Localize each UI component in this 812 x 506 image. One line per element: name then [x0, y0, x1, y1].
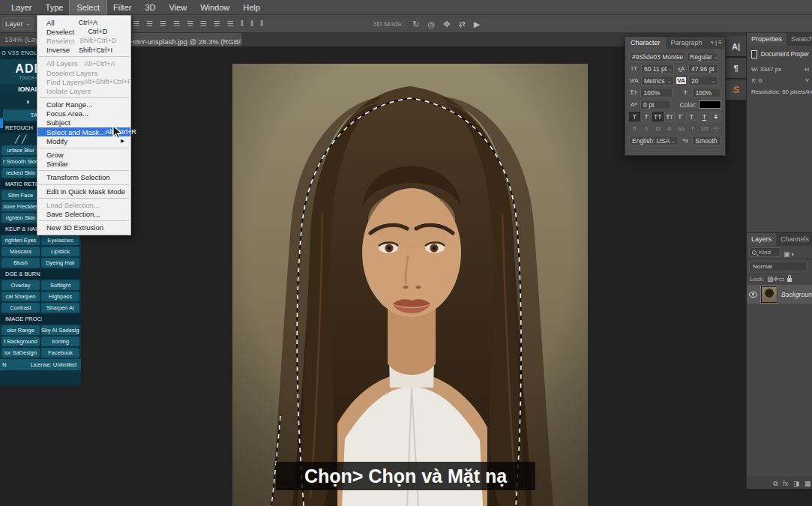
plugin-action-button[interactable]: Sharpen AI [41, 303, 79, 313]
tab-character[interactable]: Character [625, 37, 666, 49]
menubar-item[interactable]: Help [236, 0, 267, 15]
document-tab-active[interactable]: 3FHmY-unsplash.jpg @ 28.3% (RGB/8) ✕ [118, 33, 241, 46]
text-color-swatch[interactable] [699, 100, 721, 109]
layer-row-background[interactable]: Background [747, 285, 812, 304]
plugin-action-button[interactable]: cal Sharpen [1, 292, 40, 301]
opentype-button[interactable]: T [688, 124, 699, 133]
select-menu-item[interactable]: New 3D Extrusion [37, 223, 130, 232]
leading-input[interactable]: 47.96 pt ⌄ [688, 64, 718, 73]
plugin-action-button[interactable]: Facebook [41, 348, 79, 358]
plugin-action-button[interactable]: urface Blur [1, 145, 40, 155]
align-icon[interactable]: ☰ [160, 16, 166, 32]
plugin-action-button[interactable]: Contrast [1, 303, 40, 313]
plugin-action-button[interactable]: Highpass [41, 292, 79, 301]
select-menu-item[interactable] [39, 220, 129, 221]
select-menu-item[interactable]: Edit in Quick Mask Mode [37, 187, 130, 196]
align-icon[interactable]: ☰ [173, 16, 180, 32]
3d-mode-icon[interactable]: ↻ [412, 16, 419, 32]
select-menu-item[interactable]: Reselect Shift+Ctrl+D [37, 36, 130, 45]
plugin-action-button[interactable]: righten Skin [1, 213, 40, 223]
plugin-action-button[interactable]: Eyelashes [41, 235, 79, 245]
menubar-item[interactable]: Window [193, 0, 236, 15]
plugin-action-button[interactable] [43, 314, 80, 324]
font-style-select[interactable]: Regular ⌄ [687, 52, 718, 61]
plugin-action-button[interactable]: Lipstick [41, 247, 79, 256]
select-menu-item[interactable] [39, 97, 129, 98]
select-menu-item[interactable]: Transform Selection [37, 173, 130, 182]
plugin-action-button[interactable]: IMAGE PROCESSING [5, 314, 42, 324]
lock-option-icon[interactable]: ▨ [767, 275, 773, 283]
select-menu-item[interactable]: Focus Area... [37, 109, 130, 118]
plugin-action-button[interactable]: Ironing [41, 337, 79, 346]
vertical-scale-input[interactable]: 100% [640, 88, 672, 97]
plugin-action-button[interactable]: t Background [1, 337, 40, 346]
align-icon[interactable]: ☰ [146, 16, 153, 32]
plugin-action-button[interactable]: Dyeing Hair [41, 258, 79, 268]
anti-alias-select[interactable]: Smooth ⌄ [692, 136, 721, 145]
select-menu-item[interactable]: Color Range... [37, 100, 130, 109]
font-family-select[interactable]: #9Slide03 Montse... ⌄ [629, 52, 685, 61]
layer-filter-icon[interactable]: ▣ [784, 250, 790, 258]
align-icon[interactable]: ‖ [241, 16, 244, 32]
align-icon[interactable]: ‖ [250, 16, 253, 32]
panel-icon[interactable]: S [726, 79, 746, 100]
align-icon[interactable]: ☰ [133, 16, 139, 32]
align-icon[interactable]: ‖ [260, 16, 263, 32]
lock-all-icon[interactable] [787, 278, 792, 282]
plugin-action-button[interactable]: nove Freckles [1, 202, 40, 211]
panel-menu-icon[interactable]: » | ≡ [710, 37, 725, 49]
opentype-button[interactable]: ½ [711, 124, 722, 133]
type-style-button[interactable]: T [711, 112, 722, 121]
plugin-action-button[interactable]: ╱ ╱ [1, 134, 40, 144]
blend-mode-select[interactable]: Normal [749, 262, 808, 271]
select-menu-item[interactable] [39, 56, 129, 57]
opentype-button[interactable]: A [664, 124, 676, 133]
select-menu-item[interactable]: Isolate Layers [37, 86, 130, 95]
align-icon[interactable]: ☰ [227, 16, 234, 32]
tab-swatches[interactable]: Swatches [787, 33, 812, 46]
language-select[interactable]: English: USA ⌄ [629, 136, 679, 145]
plugin-action-button[interactable]: DGE & BURN [5, 269, 42, 279]
horizontal-scale-input[interactable]: 100% [692, 88, 721, 97]
plugin-action-button[interactable]: Overlay [1, 280, 40, 290]
kerning-select[interactable]: Metrics ⌄ [641, 76, 674, 85]
brightness-icon[interactable]: ◑ [25, 97, 29, 106]
type-style-button[interactable]: Tᴛ [664, 112, 676, 121]
menubar-item[interactable]: View [162, 0, 193, 15]
font-size-input[interactable]: 60.11 pt ⌄ [641, 64, 674, 73]
layer-picker-dropdown[interactable]: Layer ⌄ [2, 17, 34, 30]
opentype-button[interactable]: fi [629, 124, 640, 133]
align-icon[interactable]: ☰ [200, 16, 207, 32]
lock-option-icon[interactable]: ▭ [778, 275, 784, 283]
type-style-button[interactable]: T [629, 112, 640, 121]
select-menu-item[interactable]: Find Layers Alt+Shift+Ctrl+F [37, 77, 130, 86]
select-menu-item[interactable] [39, 148, 129, 148]
plugin-action-button[interactable]: Blush [1, 258, 40, 268]
plugin-action-button[interactable]: Sky AI Sadesign [41, 325, 79, 335]
tab-layers[interactable]: Layers [747, 233, 776, 246]
select-menu-item[interactable] [39, 170, 129, 171]
menubar-item[interactable]: Type [39, 0, 70, 15]
tab-paragraph[interactable]: Paragraph [666, 37, 708, 49]
align-icon[interactable]: ☰ [187, 16, 193, 32]
select-menu-item[interactable]: Grow [37, 150, 130, 159]
opentype-button[interactable]: o [641, 124, 652, 133]
3d-mode-icon[interactable]: ⇄ [458, 16, 465, 32]
type-style-button[interactable]: TT [652, 112, 664, 121]
layer-filter-icon[interactable]: ◑ [790, 250, 794, 258]
type-style-button[interactable]: T [641, 112, 652, 121]
select-menu-item[interactable]: Inverse Shift+Ctrl+I [37, 46, 130, 55]
tab-channels[interactable]: Channels [776, 233, 812, 246]
type-style-button[interactable]: T [699, 112, 710, 121]
layer-filter-kind-select[interactable]: Kind [749, 247, 781, 257]
3d-mode-icon[interactable]: ✥ [443, 16, 450, 32]
menubar-item[interactable]: Layer [4, 0, 39, 15]
layer-thumbnail[interactable] [761, 286, 778, 303]
3d-mode-icon[interactable]: ▶ [474, 16, 480, 32]
layers-footer-icon[interactable]: ◨ [793, 480, 799, 487]
layer-visibility-eye-icon[interactable] [749, 292, 757, 298]
tab-properties[interactable]: Properties [747, 33, 787, 46]
type-style-button[interactable]: Tˈ [676, 112, 687, 121]
select-menu-item[interactable] [39, 198, 129, 199]
select-menu-item[interactable]: Deselect Ctrl+D [37, 27, 130, 36]
